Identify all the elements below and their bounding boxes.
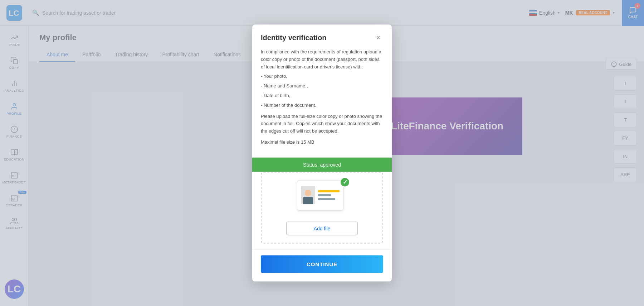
upload-area[interactable]: ✓ Add file	[261, 172, 383, 243]
modal-desc-line-2: - Your photo,	[261, 73, 383, 80]
id-avatar-image	[301, 186, 315, 204]
modal-desc-line-5: - Number of the document.	[261, 101, 383, 109]
id-card-lines	[318, 190, 340, 200]
modal-header: Identity verification ×	[252, 25, 392, 48]
id-card	[297, 180, 343, 210]
modal-desc-line-6: Please upload the full-size color copy o…	[261, 113, 383, 135]
modal-desc-line-1: In compliance with the requirements of r…	[261, 48, 383, 71]
checkmark-icon: ✓	[340, 177, 350, 187]
modal-footer: CONTINUE	[252, 249, 392, 281]
id-illustration: ✓	[297, 180, 347, 216]
modal-title: Identity verification	[261, 33, 326, 42]
id-line-3	[318, 198, 335, 200]
modal-desc-line-7: Maximal file size is 15 MB	[261, 139, 383, 146]
modal-description: In compliance with the requirements of r…	[261, 48, 383, 146]
id-avatar-figure	[303, 190, 313, 204]
id-line-1	[318, 190, 340, 192]
modal-body: In compliance with the requirements of r…	[252, 48, 392, 154]
modal-close-button[interactable]: ×	[373, 33, 383, 43]
continue-button[interactable]: CONTINUE	[261, 255, 383, 273]
modal-desc-line-3: - Name and Surname;,	[261, 82, 383, 90]
id-avatar-body	[303, 197, 313, 204]
add-file-button[interactable]: Add file	[286, 221, 358, 235]
status-bar: Status: approved	[252, 157, 392, 172]
identity-verification-modal: Identity verification × In compliance wi…	[252, 25, 392, 282]
id-line-2	[318, 194, 331, 196]
modal-desc-line-4: - Date of birth,	[261, 92, 383, 100]
status-label: Status: approved	[303, 162, 341, 167]
id-avatar-head	[305, 190, 311, 196]
